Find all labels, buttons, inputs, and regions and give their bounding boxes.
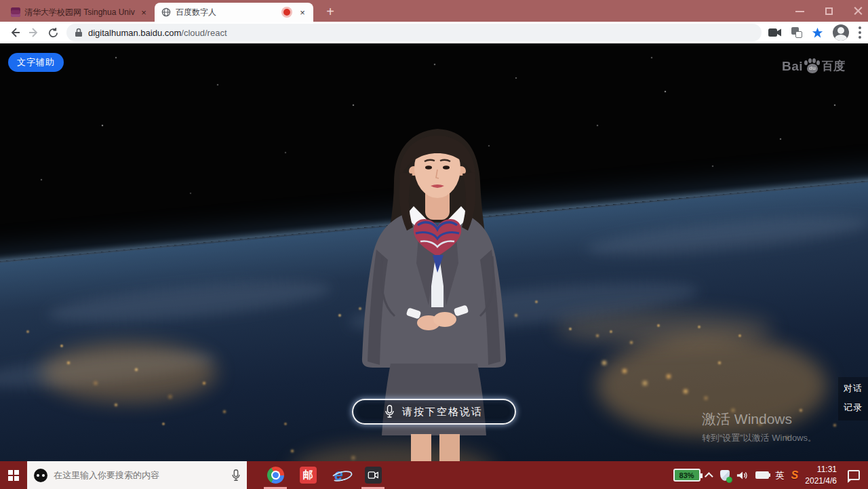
tray-expand-icon[interactable] (705, 472, 713, 481)
clock-time: 11:31 (805, 464, 837, 475)
taskbar-apps: 邮 e (266, 461, 382, 489)
baidu-logo-cn: 百度 (822, 58, 845, 74)
tab-record[interactable]: 记录 (844, 402, 863, 414)
globe-icon (161, 7, 171, 17)
side-panel-tabs: 对话 记录 (838, 377, 868, 420)
defender-shield-icon[interactable] (720, 470, 730, 481)
window-controls (795, 0, 863, 22)
video-app-icon (365, 467, 382, 484)
taskbar-search[interactable] (27, 461, 247, 489)
baidu-logo: Bai du 百度 (782, 58, 845, 74)
tab-tsinghua[interactable]: 清华大学校园网 Tsinghua Univ × (5, 3, 153, 22)
clock-date: 2021/4/6 (805, 475, 837, 486)
mail-icon: 邮 (300, 467, 317, 484)
start-button[interactable] (0, 461, 27, 489)
refresh-icon[interactable] (43, 23, 62, 42)
close-window-icon[interactable] (854, 7, 863, 16)
recording-indicator-icon (283, 9, 290, 16)
close-tab-icon[interactable]: × (297, 7, 308, 18)
menu-icon[interactable] (859, 26, 861, 39)
new-tab-button[interactable]: + (321, 3, 339, 20)
watermark-title: 激活 Windows (702, 410, 816, 429)
search-mic-icon[interactable] (232, 469, 240, 482)
digital-human-page: 文字辅助 Bai du 百度 请按下空格说话 对话 记录 激活 Windows … (0, 43, 868, 461)
baidu-paw-icon: du (805, 59, 820, 74)
taskbar-ie[interactable]: e (331, 461, 350, 489)
baidu-logo-du: du (805, 65, 820, 71)
windows-logo-icon (8, 470, 19, 481)
tab-title: 百度数字人 (176, 7, 279, 18)
push-to-talk-label: 请按下空格说话 (402, 406, 483, 418)
windows-taskbar: 邮 e 83% 英 S 11:31 (0, 461, 868, 489)
toolbar-icons (768, 24, 863, 41)
camera-icon[interactable] (768, 28, 782, 37)
tab-title: 清华大学校园网 Tsinghua Univ (24, 7, 136, 18)
internet-explorer-icon: e (332, 467, 349, 484)
forward-icon[interactable] (24, 23, 43, 42)
address-bar[interactable]: digitalhuman.baidu.com/cloud/react (66, 24, 762, 41)
tab-digital-human[interactable]: 百度数字人 × (155, 3, 313, 22)
back-icon[interactable] (5, 23, 24, 42)
taskbar-chrome[interactable] (266, 461, 285, 489)
windows-activation-watermark: 激活 Windows 转到“设置”以激活 Windows。 (702, 410, 816, 444)
baidu-logo-bai: Bai (782, 59, 803, 74)
text-assist-button[interactable]: 文字辅助 (8, 53, 64, 72)
citylights-decoration (0, 43, 1, 45)
volume-icon[interactable] (736, 470, 749, 481)
tab-dialog[interactable]: 对话 (844, 383, 863, 395)
close-tab-icon[interactable]: × (138, 7, 149, 18)
chrome-icon (264, 463, 287, 486)
url-path: /cloud/react (181, 28, 226, 38)
bookmark-star-icon[interactable] (812, 27, 823, 39)
translate-icon[interactable] (791, 27, 802, 38)
push-to-talk-button[interactable]: 请按下空格说话 (352, 399, 516, 425)
url-host: digitalhuman.baidu.com (88, 28, 181, 38)
minimize-icon[interactable] (795, 7, 804, 16)
lock-icon (75, 28, 83, 37)
browser-titlebar: 清华大学校园网 Tsinghua Univ × 百度数字人 × + (0, 0, 868, 22)
tsinghua-favicon (11, 7, 20, 17)
taskbar-search-input[interactable] (54, 470, 226, 480)
battery-icon[interactable] (755, 471, 769, 479)
search-assistant-icon (34, 469, 47, 482)
citylight-glow (556, 311, 773, 345)
watermark-subtitle: 转到“设置”以激活 Windows。 (702, 432, 816, 444)
microphone-icon (385, 405, 394, 418)
maximize-icon[interactable] (825, 7, 833, 16)
browser-toolbar: digitalhuman.baidu.com/cloud/react (0, 22, 868, 43)
profile-avatar[interactable] (833, 24, 849, 41)
citylight-glow (41, 342, 217, 403)
action-center-icon[interactable] (848, 470, 860, 480)
system-tray: 83% 英 S 11:31 2021/4/6 (673, 464, 868, 486)
taskbar-camera-app[interactable] (363, 461, 382, 489)
screen: 清华大学校园网 Tsinghua Univ × 百度数字人 × + (0, 0, 868, 489)
battery-percent-widget[interactable]: 83% (673, 469, 701, 482)
taskbar-mail[interactable]: 邮 (298, 461, 317, 489)
taskbar-clock[interactable]: 11:31 2021/4/6 (805, 464, 837, 486)
language-indicator[interactable]: 英 (776, 469, 785, 482)
sogou-input-icon[interactable]: S (791, 469, 799, 482)
